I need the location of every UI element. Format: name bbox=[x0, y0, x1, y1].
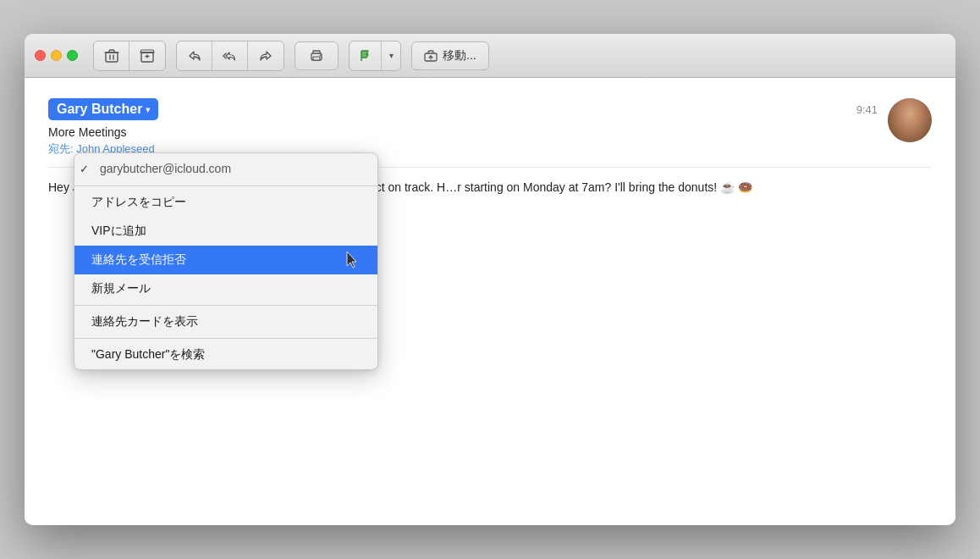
traffic-lights bbox=[35, 50, 78, 61]
search-label: "Gary Butcher"を検索 bbox=[91, 347, 205, 363]
menu-divider-1 bbox=[74, 185, 377, 186]
menu-item-add-vip[interactable]: VIPに追加 bbox=[74, 217, 377, 246]
flag-button[interactable] bbox=[350, 42, 382, 70]
menu-email-address: ✓ garybutcher@icloud.com bbox=[74, 153, 377, 184]
svg-rect-4 bbox=[313, 57, 320, 60]
context-menu: ✓ garybutcher@icloud.com アドレスをコピー VIPに追加… bbox=[74, 152, 378, 370]
flag-menu-chevron[interactable]: ▾ bbox=[382, 42, 400, 70]
menu-item-search[interactable]: "Gary Butcher"を検索 bbox=[74, 340, 377, 369]
reply-button[interactable] bbox=[177, 42, 212, 70]
sender-section: Gary Butcher ▾ More Meetings 宛先: John Ap… bbox=[48, 98, 856, 157]
email-area: Gary Butcher ▾ More Meetings 宛先: John Ap… bbox=[25, 78, 955, 525]
menu-divider-2 bbox=[74, 305, 377, 306]
email-address-text: garybutcher@icloud.com bbox=[91, 162, 231, 175]
move-button[interactable]: 移動... bbox=[411, 42, 489, 70]
email-header: Gary Butcher ▾ More Meetings 宛先: John Ap… bbox=[48, 98, 932, 157]
archive-button[interactable] bbox=[129, 42, 165, 70]
menu-item-new-email[interactable]: 新規メール bbox=[74, 274, 377, 303]
svg-point-5 bbox=[320, 54, 322, 56]
reply-all-button[interactable] bbox=[212, 42, 248, 70]
sender-name: Gary Butcher bbox=[57, 102, 142, 117]
menu-divider-3 bbox=[74, 338, 377, 339]
delete-archive-group bbox=[93, 41, 166, 71]
avatar bbox=[888, 98, 932, 142]
checkmark-icon: ✓ bbox=[80, 163, 89, 175]
flag-group: ▾ bbox=[349, 41, 401, 71]
copy-address-label: アドレスをコピー bbox=[91, 195, 186, 210]
menu-item-copy-address[interactable]: アドレスをコピー bbox=[74, 188, 377, 217]
block-contact-label: 連絡先を受信拒否 bbox=[91, 252, 186, 268]
titlebar: ▾ 移動... bbox=[25, 34, 955, 78]
email-meta-right: 9:41 bbox=[856, 98, 932, 142]
move-label: 移動... bbox=[443, 48, 476, 64]
recipient-label: 宛先: bbox=[48, 142, 74, 155]
menu-item-show-card[interactable]: 連絡先カードを表示 bbox=[74, 307, 377, 336]
sender-name-button[interactable]: Gary Butcher ▾ bbox=[48, 98, 158, 120]
mail-window: ▾ 移動... Gary Butcher ▾ More Meetings bbox=[25, 34, 955, 525]
print-button[interactable] bbox=[295, 42, 339, 70]
minimize-button[interactable] bbox=[51, 50, 62, 61]
maximize-button[interactable] bbox=[67, 50, 78, 61]
menu-item-block-contact[interactable]: 連絡先を受信拒否 bbox=[74, 246, 377, 274]
show-card-label: 連絡先カードを表示 bbox=[91, 314, 198, 329]
new-email-label: 新規メール bbox=[91, 281, 151, 296]
close-button[interactable] bbox=[35, 50, 46, 61]
svg-rect-0 bbox=[106, 53, 118, 62]
trash-button[interactable] bbox=[94, 42, 129, 70]
svg-rect-2 bbox=[141, 50, 154, 53]
subject-line: More Meetings bbox=[48, 125, 856, 139]
add-vip-label: VIPに追加 bbox=[91, 224, 146, 239]
forward-button[interactable] bbox=[248, 42, 284, 70]
reply-group bbox=[176, 41, 284, 71]
sender-chevron-icon: ▾ bbox=[146, 105, 150, 114]
email-time: 9:41 bbox=[856, 103, 878, 116]
